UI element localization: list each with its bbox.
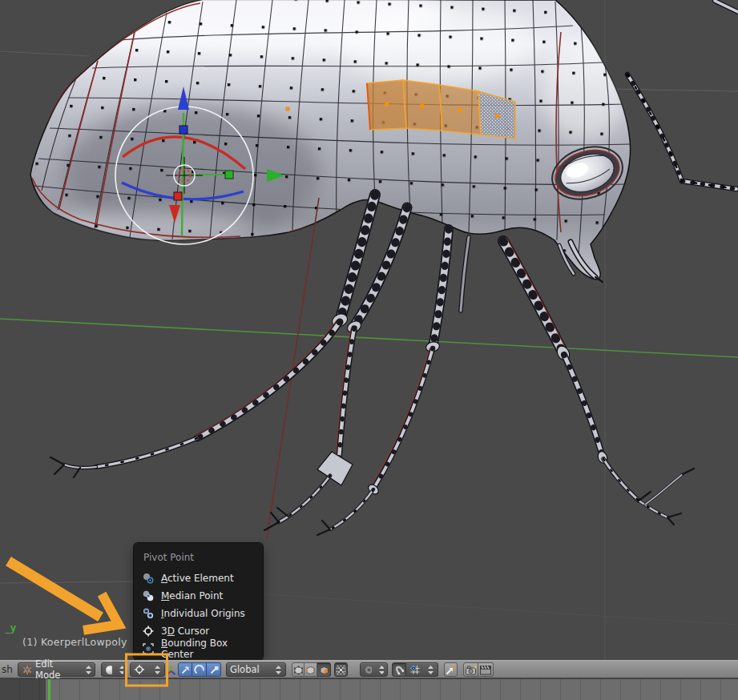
updown-arrows-icon [85,665,91,675]
manipulator-axes-icon [165,662,177,677]
active-object-label: (1) KoerperlLowpoly [22,636,127,648]
scale-manipulator-button[interactable] [207,662,221,677]
face-select-icon [318,664,330,676]
current-frame-marker[interactable] [48,679,50,700]
viewport-shading-select[interactable] [101,662,127,677]
proportional-editing-select[interactable] [360,662,388,677]
grid-axis-label-y: _y [6,622,16,634]
render-clapperboard-icon [479,664,492,676]
blender-window: _y (1) KoerperlLowpoly Pivot Point Activ… [0,0,738,700]
timeline-prerange [0,679,46,700]
viewport-shading-sphere-icon [105,665,112,675]
timeline-strip[interactable] [0,678,738,700]
median-point-icon [142,589,155,602]
snap-magnet-icon [393,664,405,675]
snap-target-button[interactable] [444,662,458,677]
snap-target-icon [445,664,457,676]
updown-arrows-icon [427,665,434,675]
edge-select-mode-button[interactable] [304,662,317,677]
rotate-icon [194,664,205,675]
pivot-menu-item-bounding-box-center[interactable]: Bounding Box Center [134,640,263,658]
individual-origins-icon [142,607,155,620]
vertex-select-mode-button[interactable] [292,662,304,677]
limit-selection-to-visible-button[interactable] [334,662,348,677]
limit-to-visible-icon [335,664,347,676]
pivot-menu-title: Pivot Point [134,549,263,569]
orange-vertex-dot [285,107,290,111]
edge-select-icon [304,664,317,676]
viewport-3d[interactable] [0,0,738,660]
snap-element-select[interactable] [406,662,438,677]
updown-arrows-icon [154,665,161,675]
pivot-point-menu: Pivot Point Active Element Median Point … [134,543,263,660]
cursor-3d-icon [142,625,155,638]
updown-arrows-icon [378,665,384,675]
edit-mode-cube-icon [22,664,32,675]
snap-element-icon [409,664,421,675]
scale-icon [208,664,220,675]
proportional-editing-icon [364,665,372,675]
opengl-render-animation-button[interactable] [478,662,494,677]
face-select-mode-button[interactable] [317,662,331,677]
bounding-box-center-icon [142,642,155,655]
updown-arrows-icon [119,665,123,675]
opengl-render-still-button[interactable] [463,662,478,677]
transform-orientation-select[interactable]: Global [226,662,286,677]
vertex-select-icon [292,664,304,676]
pivot-point-3d-cursor-icon [134,664,145,675]
pivot-point-select[interactable] [130,662,165,677]
pivot-menu-item-individual-origins[interactable]: Individual Origins [134,605,263,622]
pivot-menu-item-active-element[interactable]: Active Element [134,569,263,587]
rotate-manipulator-button[interactable] [192,662,207,677]
translate-manipulator-button[interactable] [178,662,192,677]
updown-arrows-icon [275,665,282,675]
snap-magnet-button[interactable] [392,662,406,677]
viewport-header: sh Edit Mode Global [0,660,738,678]
menu-fragment-label[interactable]: sh [2,662,13,677]
translate-icon [179,664,191,675]
render-camera-icon [465,664,478,676]
pivot-menu-item-median-point[interactable]: Median Point [134,587,263,605]
active-element-icon [142,572,155,585]
mode-select[interactable]: Edit Mode [18,662,95,677]
